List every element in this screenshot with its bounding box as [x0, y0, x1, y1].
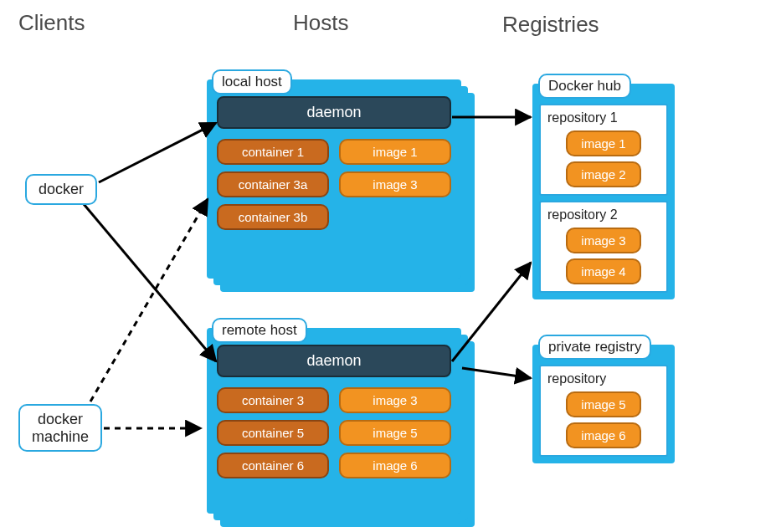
- client-docker: docker: [25, 174, 97, 205]
- column-title-hosts: Hosts: [293, 10, 348, 36]
- image-chip: image 5: [566, 391, 641, 417]
- registry-label-hub: Docker hub: [538, 74, 631, 99]
- host-remote: daemon container 3 image 3 container 5 i…: [207, 328, 461, 514]
- image-chip: image 6: [339, 453, 451, 478]
- image-chip: image 6: [566, 422, 641, 448]
- daemon-box-local: daemon: [217, 96, 451, 129]
- container-chip: container 5: [217, 420, 329, 446]
- container-chip: container 3a: [217, 171, 329, 197]
- image-chip: image 4: [566, 258, 641, 284]
- host-label-remote: remote host: [212, 318, 307, 343]
- arrow-docker-to-remote: [84, 204, 216, 361]
- arrow-machine-to-local: [90, 199, 208, 402]
- column-title-clients: Clients: [18, 10, 85, 36]
- client-docker-machine: docker machine: [18, 404, 102, 452]
- image-chip: image 1: [566, 130, 641, 156]
- image-chip: image 3: [339, 387, 451, 413]
- image-chip: image 2: [566, 161, 641, 187]
- repository-title: repository: [547, 371, 660, 386]
- host-local: daemon container 1 image 1 container 3a …: [207, 79, 461, 279]
- arrow-docker-to-local: [99, 123, 216, 182]
- host-local-stack: daemon container 1 image 1 container 3a …: [207, 79, 461, 279]
- repository-box: repository 1 image 1 image 2: [539, 104, 668, 196]
- daemon-box-remote: daemon: [217, 345, 451, 377]
- host-label-local: local host: [212, 69, 292, 95]
- image-chip: image 1: [339, 139, 451, 165]
- image-chip: image 3: [566, 228, 641, 253]
- container-chip: container 1: [217, 139, 329, 165]
- diagram-canvas: Clients Hosts Registries docker docker m…: [0, 0, 776, 532]
- host-remote-stack: daemon container 3 image 3 container 5 i…: [207, 328, 461, 514]
- repository-title: repository 1: [547, 110, 660, 125]
- image-chip: image 3: [339, 171, 451, 197]
- container-chip: container 3: [217, 387, 329, 413]
- repository-box: repository 2 image 3 image 4: [539, 201, 668, 293]
- container-chip: container 3b: [217, 204, 329, 230]
- column-title-registries: Registries: [502, 12, 599, 38]
- image-chip: image 5: [339, 420, 451, 446]
- registry-label-private: private registry: [538, 335, 651, 360]
- repository-title: repository 2: [547, 207, 660, 223]
- repository-box: repository image 5 image 6: [539, 365, 668, 457]
- registry-docker-hub: repository 1 image 1 image 2 repository …: [532, 84, 675, 299]
- registry-private: repository image 5 image 6: [532, 345, 675, 463]
- container-chip: container 6: [217, 453, 329, 478]
